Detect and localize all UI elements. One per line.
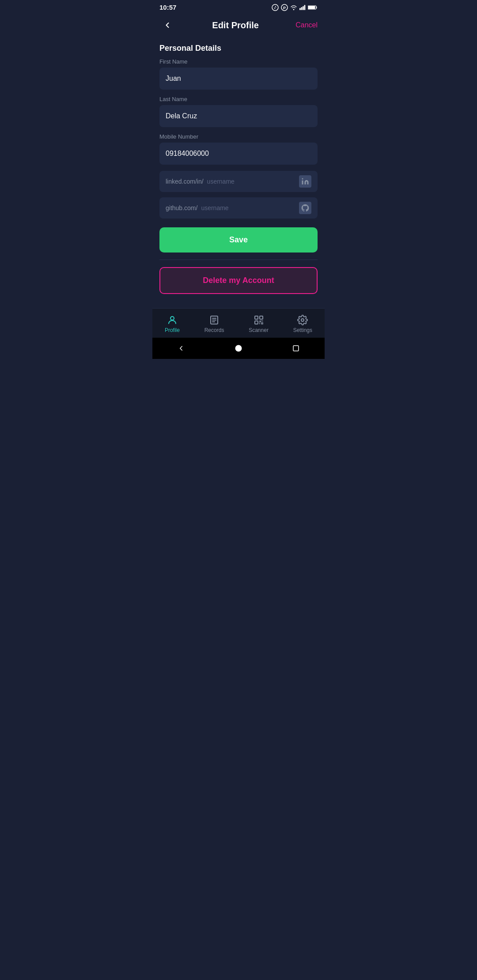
section-title: Personal Details [159, 44, 318, 53]
status-time: 10:57 [159, 4, 176, 11]
wifi-icon [290, 5, 297, 10]
linkedin-input[interactable] [204, 171, 299, 192]
svg-rect-3 [299, 8, 301, 10]
svg-rect-6 [304, 5, 306, 10]
github-svg [301, 204, 310, 212]
nav-records-label: Records [204, 327, 224, 333]
status-bar: 10:57 P [152, 0, 325, 13]
github-prefix: github.com/ [166, 197, 197, 219]
home-system-icon [235, 344, 242, 352]
nav-item-settings[interactable]: Settings [286, 313, 319, 335]
mobile-label: Mobile Number [159, 133, 318, 140]
app-icon [272, 4, 279, 11]
github-icon [299, 202, 311, 214]
nav-item-profile[interactable]: Profile [158, 313, 187, 335]
first-name-input[interactable] [159, 68, 318, 90]
first-name-label: First Name [159, 58, 318, 65]
nav-scanner-label: Scanner [249, 327, 269, 333]
svg-point-10 [170, 317, 174, 320]
last-name-label: Last Name [159, 96, 318, 102]
svg-rect-8 [308, 6, 315, 8]
svg-text:P: P [283, 6, 286, 10]
svg-rect-17 [293, 346, 299, 351]
nav-item-scanner[interactable]: Scanner [242, 313, 276, 335]
page-title: Edit Profile [212, 20, 259, 30]
github-field-wrapper: github.com/ [159, 197, 318, 219]
svg-rect-12 [255, 316, 258, 319]
svg-point-9 [302, 178, 303, 180]
svg-point-16 [235, 345, 242, 352]
home-system-btn[interactable] [232, 342, 245, 354]
linkedin-icon [299, 175, 311, 188]
p-icon: P [281, 4, 288, 11]
last-name-input[interactable] [159, 105, 318, 127]
github-input[interactable] [197, 197, 299, 219]
top-nav: Edit Profile Cancel [152, 13, 325, 38]
settings-icon [297, 315, 308, 325]
system-nav [152, 338, 325, 359]
delete-account-button[interactable]: Delete my Account [159, 267, 318, 294]
svg-point-0 [272, 4, 278, 11]
svg-rect-14 [255, 321, 258, 324]
nav-item-records[interactable]: Records [197, 313, 231, 335]
main-content: Personal Details First Name Last Name Mo… [152, 38, 325, 308]
status-icons: P [272, 4, 318, 11]
records-icon [209, 315, 220, 325]
back-icon [163, 21, 172, 30]
scanner-icon [254, 315, 264, 325]
back-button[interactable] [159, 17, 175, 33]
recents-system-btn[interactable] [290, 342, 302, 354]
back-system-icon [177, 344, 185, 352]
bottom-nav: Profile Records Scanner Settings [152, 308, 325, 338]
nav-settings-label: Settings [293, 327, 312, 333]
back-system-btn[interactable] [175, 342, 187, 354]
nav-profile-label: Profile [165, 327, 180, 333]
divider [159, 260, 318, 260]
linkedin-field-wrapper: linked.com/in/ [159, 171, 318, 192]
cancel-button[interactable]: Cancel [295, 19, 318, 31]
linkedin-svg [301, 177, 309, 185]
svg-point-15 [301, 319, 304, 321]
save-button[interactable]: Save [159, 227, 318, 253]
profile-icon [167, 315, 178, 325]
recents-system-icon [292, 344, 300, 352]
linkedin-prefix: linked.com/in/ [166, 171, 204, 192]
svg-rect-5 [303, 6, 304, 10]
svg-rect-4 [301, 7, 303, 10]
svg-rect-13 [260, 316, 263, 319]
battery-icon [308, 5, 318, 10]
signal-icon [299, 5, 306, 10]
mobile-input[interactable] [159, 143, 318, 165]
